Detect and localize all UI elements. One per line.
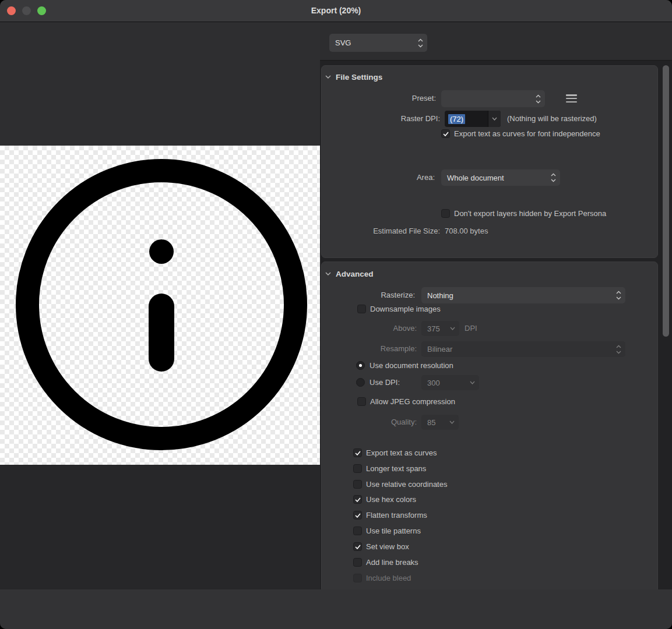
use-dpi-value: 300 <box>427 379 440 387</box>
rasterize-label: Rasterize: <box>328 290 415 301</box>
format-select[interactable]: SVG <box>329 34 427 52</box>
raster-dpi-value: (72) <box>448 114 465 124</box>
export-text-curves-font-label: Export text as curves for font independe… <box>454 129 600 139</box>
rasterize-select-value: Nothing <box>427 291 453 300</box>
allow-jpeg-compression-checkbox[interactable] <box>357 397 366 406</box>
scrollbar-thumb[interactable] <box>663 65 669 337</box>
set-view-box-label: Set view box <box>366 542 409 552</box>
above-dpi-value: 375 <box>427 324 440 333</box>
quality-value: 85 <box>427 418 435 427</box>
chevron-updown-icon <box>616 291 621 300</box>
raster-dpi-note: (Nothing will be rasterized) <box>507 114 597 124</box>
resample-label: Resample: <box>329 344 417 354</box>
resample-select: Bilinear <box>421 341 625 357</box>
longer-text-spans-checkbox[interactable] <box>353 464 362 473</box>
use-dpi-select: 300 <box>421 375 479 390</box>
include-bleed-label: Include bleed <box>366 573 411 584</box>
use-dpi-label: Use DPI: <box>370 377 400 388</box>
disclosure-chevron-icon <box>325 75 331 79</box>
export-text-curves-font-checkbox[interactable] <box>441 129 450 138</box>
include-bleed-checkbox <box>353 574 362 582</box>
longer-text-spans-label: Longer text spans <box>366 464 426 474</box>
export-dialog: Export (20%) SVG File Settings Preset: <box>0 0 672 629</box>
estimated-size-label: Estimated File Size: <box>353 226 440 236</box>
above-label: Above: <box>329 323 417 334</box>
info-icon <box>0 146 320 465</box>
downsample-images-label: Downsample images <box>370 304 441 314</box>
use-hex-colors-checkbox[interactable] <box>353 495 362 504</box>
preview-background-bottom <box>0 465 320 589</box>
use-document-resolution-radio[interactable] <box>356 361 365 370</box>
check-icon <box>355 513 361 518</box>
use-tile-patterns-label: Use tile patterns <box>366 526 421 536</box>
chevron-down-icon <box>492 117 497 121</box>
disclosure-chevron-icon <box>325 272 331 275</box>
check-icon <box>355 497 361 502</box>
close-window-button[interactable] <box>7 6 16 15</box>
raster-dpi-dropdown-button[interactable] <box>488 111 501 127</box>
file-settings-title: File Settings <box>336 73 382 82</box>
file-settings-header[interactable]: File Settings <box>325 72 382 82</box>
advanced-title: Advanced <box>336 270 374 278</box>
raster-dpi-label: Raster DPI: <box>353 114 440 124</box>
preset-menu-button[interactable] <box>566 94 577 103</box>
chevron-down-icon <box>450 327 455 330</box>
above-dpi-select: 375 <box>421 321 459 336</box>
raster-dpi-input[interactable]: (72) <box>445 111 501 127</box>
quality-select: 85 <box>421 415 459 430</box>
area-label: Area: <box>347 172 435 183</box>
use-hex-colors-label: Use hex colors <box>366 494 416 505</box>
allow-jpeg-compression-label: Allow JPEG compression <box>370 397 455 407</box>
chevron-updown-icon <box>551 173 556 182</box>
preset-label: Preset: <box>349 93 436 104</box>
set-view-box-checkbox[interactable] <box>353 542 362 551</box>
chevron-updown-icon <box>536 94 541 104</box>
advanced-header[interactable]: Advanced <box>325 268 374 279</box>
use-document-resolution-label: Use document resolution <box>370 361 453 371</box>
downsample-images-checkbox[interactable] <box>357 305 366 313</box>
chevron-down-icon <box>449 420 455 424</box>
above-dpi-suffix: DPI <box>465 323 477 334</box>
use-tile-patterns-checkbox[interactable] <box>353 526 362 535</box>
quality-label: Quality: <box>329 417 417 427</box>
preview-background-top <box>0 22 320 146</box>
flatten-transforms-checkbox[interactable] <box>353 511 362 520</box>
use-relative-coordinates-checkbox[interactable] <box>353 480 362 489</box>
export-preview <box>0 146 320 465</box>
minimize-window-button[interactable] <box>22 6 31 15</box>
window-title: Export (20%) <box>0 0 672 22</box>
estimated-size-value: 708.00 bytes <box>445 226 488 236</box>
check-icon <box>355 545 361 549</box>
title-bar: Export (20%) <box>0 0 672 22</box>
flatten-transforms-label: Flatten transforms <box>366 510 427 521</box>
export-text-as-curves-checkbox[interactable] <box>353 448 362 457</box>
use-dpi-radio[interactable] <box>356 378 365 387</box>
dont-export-hidden-checkbox[interactable] <box>441 209 450 218</box>
area-select[interactable]: Whole document <box>441 169 560 186</box>
area-select-value: Whole document <box>447 174 504 182</box>
preset-select[interactable] <box>441 90 545 107</box>
dialog-footer: Cancel Export <box>0 589 672 629</box>
dont-export-hidden-label: Don't export layers hidden by Export Per… <box>454 209 606 219</box>
check-icon <box>355 451 361 455</box>
use-relative-coordinates-label: Use relative coordinates <box>366 479 447 490</box>
export-text-as-curves-label: Export text as curves <box>366 448 437 458</box>
chevron-down-icon <box>470 381 475 384</box>
chevron-updown-icon <box>616 345 621 354</box>
chevron-updown-icon <box>418 38 423 48</box>
check-icon <box>443 132 449 136</box>
zoom-window-button[interactable] <box>37 6 46 15</box>
add-line-breaks-label: Add line breaks <box>366 557 418 568</box>
rasterize-select[interactable]: Nothing <box>421 287 625 303</box>
format-select-value: SVG <box>335 38 351 47</box>
add-line-breaks-checkbox[interactable] <box>353 558 362 567</box>
resample-select-value: Bilinear <box>427 345 452 354</box>
